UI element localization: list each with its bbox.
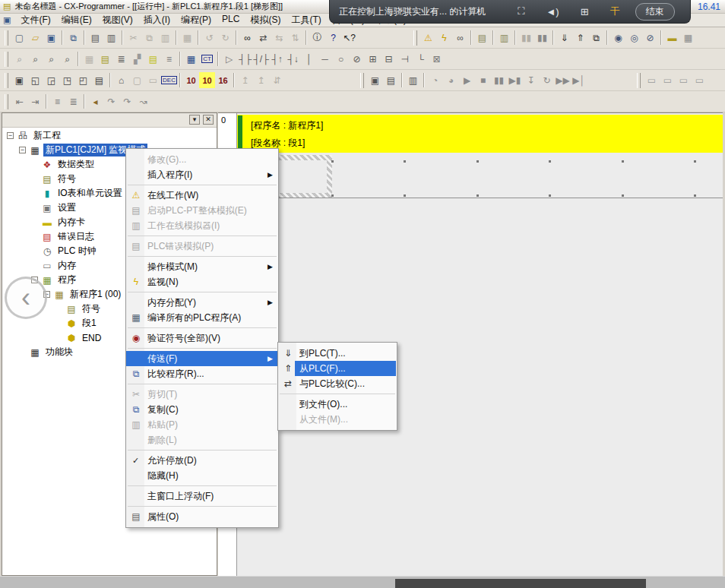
menu-edit[interactable]: 编辑(E): [56, 14, 97, 27]
local-symbols-button[interactable]: ≣: [113, 51, 129, 67]
zoom-in-button[interactable]: ⌕: [59, 51, 75, 67]
watch-tab-button[interactable]: ▭: [145, 72, 161, 88]
ct-view-button[interactable]: CT: [199, 51, 215, 67]
end-session-button[interactable]: 结束: [635, 3, 675, 21]
copy-button[interactable]: ⧉: [141, 30, 157, 46]
change-retentivity-button[interactable]: ⇆: [271, 30, 287, 46]
mdi-child-icon[interactable]: ▣: [3, 15, 11, 25]
menu-item-compare-program[interactable]: ⧉比较程序(R)...: [126, 366, 278, 381]
contact-or-nc-button[interactable]: ┤↓: [285, 51, 301, 67]
contact-nc-button[interactable]: ┤/├: [253, 51, 269, 67]
menu-item-compile-all-plc-programs[interactable]: ▦编译所有的PLC程序(A): [126, 310, 278, 325]
win-button-1-button[interactable]: ▭: [644, 72, 660, 88]
sim-step-run-button[interactable]: ▶▮: [507, 72, 523, 88]
coil-closed-button[interactable]: ⊘: [349, 51, 365, 67]
address-ref-window-button[interactable]: ◰: [75, 72, 91, 88]
instruction-box-2-button[interactable]: ⊟: [381, 51, 397, 67]
compare-with-plc-button[interactable]: ⧉: [588, 30, 604, 46]
menu-view[interactable]: 视图(V): [97, 14, 138, 27]
tree-close-button[interactable]: ✕: [203, 115, 214, 125]
go-jump-1-button[interactable]: ↷: [103, 93, 119, 109]
output-window-button[interactable]: ◲: [43, 72, 59, 88]
monitor-view-button[interactable]: ▦: [183, 51, 199, 67]
sim-mode-a-button[interactable]: ◔: [427, 72, 443, 88]
sim-run-button[interactable]: ▶: [459, 72, 475, 88]
menu-item-compare-with-plc[interactable]: ⇄与PLC比较(C)...: [278, 376, 397, 391]
upload-from-plc-button[interactable]: ⇑: [572, 30, 588, 46]
tree-expander[interactable]: −: [19, 147, 26, 153]
rung-wrap-button[interactable]: ≡: [49, 93, 65, 109]
paste-original-button[interactable]: ▦: [179, 30, 195, 46]
win-button-4-button[interactable]: ▭: [692, 72, 708, 88]
toolbar-handle[interactable]: [413, 30, 417, 46]
sim-pause-button[interactable]: ▮▮: [491, 72, 507, 88]
win-button-3-button[interactable]: ▭: [676, 72, 692, 88]
cut-button[interactable]: ✂: [125, 30, 141, 46]
menu-tools[interactable]: 工具(T): [286, 14, 326, 27]
menu-item-float-in-main-window[interactable]: 主窗口上浮动(F): [126, 488, 278, 504]
menu-programming[interactable]: 编程(P): [176, 14, 217, 27]
monitor-signed-dec-10-button[interactable]: 10: [199, 72, 215, 88]
sim-stop-button[interactable]: ■: [475, 72, 491, 88]
open-button[interactable]: ▱: [27, 30, 43, 46]
whiteboard-icon[interactable]: ⊞: [581, 6, 589, 17]
sim-step-over-button[interactable]: ↻: [539, 72, 555, 88]
delete-line-button[interactable]: ⊠: [429, 51, 445, 67]
save-button[interactable]: ▣: [43, 30, 59, 46]
help-contents-button[interactable]: ?: [325, 30, 341, 46]
cross-ref-window-button[interactable]: ◳: [59, 72, 75, 88]
zoom-100-button[interactable]: ⌕: [43, 51, 59, 67]
watch-paste-button[interactable]: ▢: [129, 72, 145, 88]
find-button[interactable]: ∞: [239, 30, 255, 46]
menu-plc[interactable]: PLC: [217, 14, 245, 27]
print-preview-button[interactable]: ▥: [103, 30, 119, 46]
work-online-button[interactable]: ⚠: [420, 30, 436, 46]
io-comment-view-button[interactable]: ▤: [145, 51, 161, 67]
force-off-button[interactable]: ◎: [626, 30, 642, 46]
menu-item-monitor[interactable]: ϟ监视(N): [126, 274, 278, 289]
set-value-up-button[interactable]: ↥: [237, 72, 253, 88]
watch-window-button[interactable]: ◱: [27, 72, 43, 88]
dec-hex-view-button[interactable]: DEC: [161, 72, 177, 88]
menu-item-copy[interactable]: ⧉复制(C): [126, 402, 278, 417]
display-io-button[interactable]: ▬: [664, 30, 680, 46]
transfer-options-button[interactable]: ▥: [496, 30, 512, 46]
sim-settings-button[interactable]: ▥: [405, 72, 421, 88]
paste-button[interactable]: ▥: [157, 30, 173, 46]
address-change-button[interactable]: ⇅: [287, 30, 303, 46]
go-previous-button[interactable]: ◂: [87, 93, 103, 109]
menu-item-allow-docking[interactable]: ✓允许停放(D): [126, 453, 278, 468]
tree-expander[interactable]: −: [7, 132, 14, 139]
monitor-dec-10-button[interactable]: 10: [183, 72, 199, 88]
zoom-out-button[interactable]: ⌕: [27, 51, 43, 67]
about-button[interactable]: ⓘ: [309, 30, 325, 46]
menu-item-work-online[interactable]: ⚠在线工作(W): [126, 188, 278, 203]
menu-item-properties[interactable]: ▤属性(O): [126, 509, 278, 524]
watch-sheet-button[interactable]: ⌂: [113, 72, 129, 88]
compare-programs-button[interactable]: ⧉: [65, 30, 81, 46]
toolbar-handle[interactable]: [5, 73, 8, 88]
menu-item-verify-symbols-all[interactable]: ◉验证符号(全部)(V): [126, 330, 278, 346]
sim-mode-b-button[interactable]: ◕: [443, 72, 459, 88]
rung-comment-block[interactable]: [程序名 : 新程序1] [段名称 : 段1]: [237, 115, 723, 153]
tree-minimize-button[interactable]: ▾: [189, 115, 200, 125]
menu-item-operating-mode[interactable]: 操作模式(M)▶: [126, 259, 278, 274]
horizontal-line-button[interactable]: ─: [317, 51, 333, 67]
change-all-button[interactable]: ⇄: [255, 30, 271, 46]
grid-toggle-button[interactable]: ▦: [81, 51, 97, 67]
force-cancel-button[interactable]: ⊘: [642, 30, 658, 46]
toolbar-handle[interactable]: [5, 30, 8, 46]
toolbar-handle[interactable]: [5, 52, 8, 67]
invert-tool-button[interactable]: ⊣: [397, 51, 413, 67]
menu-item-insert-program[interactable]: 插入程序(I)▶: [126, 167, 278, 182]
contact-or-no-button[interactable]: ┤↑: [269, 51, 285, 67]
menu-simulation[interactable]: 模拟(S): [245, 14, 286, 27]
redo-button[interactable]: ↻: [217, 30, 233, 46]
coil-button[interactable]: ○: [333, 51, 349, 67]
screen-share-icon[interactable]: ⛶: [518, 5, 524, 17]
sim-network-2-button[interactable]: ▤: [383, 72, 399, 88]
vertical-line-button[interactable]: │: [301, 51, 317, 67]
sim-continuous-step-button[interactable]: ▶▶: [555, 72, 571, 88]
menu-item-from-plc[interactable]: ⇑从PLC(F)...: [278, 361, 397, 376]
monitor-hex-16-button[interactable]: 16: [215, 72, 231, 88]
